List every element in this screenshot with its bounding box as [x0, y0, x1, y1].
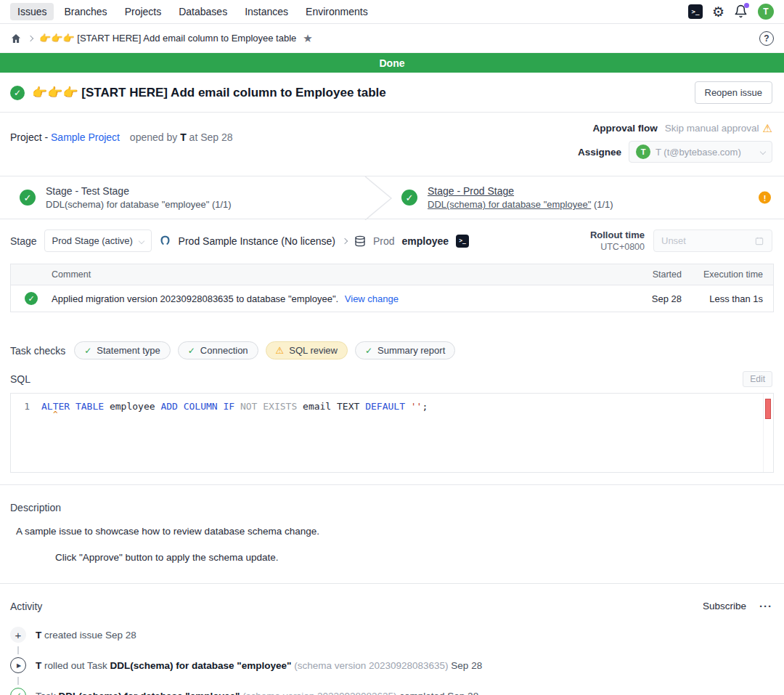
assignee-row: Assignee T T (t@bytebase.com) — [578, 141, 772, 163]
check-summary-report[interactable]: ✓ Summary report — [355, 341, 455, 359]
home-icon[interactable] — [10, 33, 22, 44]
issue-title: 👉👉👉 [START HERE] Add email column to Emp… — [32, 85, 386, 100]
project-line: Project - Sample Project opened by T at … — [10, 123, 233, 163]
nav-tab-issues[interactable]: Issues — [10, 3, 54, 20]
task-started: Sep 28 — [641, 287, 692, 311]
description-section[interactable]: Description A sample issue to showcase h… — [0, 485, 784, 563]
stage-done-check-icon: ✓ — [20, 190, 36, 206]
line-number: 1 — [11, 401, 41, 412]
stage-subtitle: DDL(schema) for database "employee" (1/1… — [428, 199, 613, 210]
check-success-icon: ✓ — [365, 346, 372, 356]
stage-select[interactable]: Prod Stage (active) — [44, 229, 152, 252]
rollout-time-placeholder: Unset — [661, 235, 686, 246]
chevron-right-icon — [342, 237, 348, 243]
nav-tab-instances[interactable]: Instances — [237, 3, 295, 20]
col-execution-time: Execution time — [692, 264, 773, 285]
chevron-right-icon — [28, 35, 33, 41]
project-label: Project — [10, 131, 42, 143]
activity-section: Activity Subscribe ··· +T created issue … — [0, 584, 784, 695]
status-banner: Done — [0, 53, 784, 73]
stage-card-prod[interactable]: ✓ Stage - Prod Stage DDL(schema) for dat… — [392, 176, 784, 219]
more-options-icon[interactable]: ··· — [759, 600, 772, 612]
task-comment: Applied migration version 20230928083635… — [52, 293, 338, 304]
lint-caret-marker: ^ — [11, 412, 773, 418]
stage-alert-icon[interactable]: ! — [759, 192, 771, 204]
editor-scrollbar[interactable] — [763, 394, 773, 472]
nav-tab-databases[interactable]: Databases — [171, 3, 234, 20]
play-icon: ▶ — [10, 657, 26, 673]
plus-icon: + — [10, 627, 26, 643]
stage-subtitle: DDL(schema) for database "employee" (1/1… — [46, 199, 232, 210]
activity-text: T rolled out Task DDL(schema) for databa… — [36, 660, 482, 671]
activity-item: +T created issue Sep 28 — [10, 627, 772, 657]
opened-by-text: opened by T at Sep 28 — [130, 131, 233, 143]
check-statement-type[interactable]: ✓ Statement type — [74, 341, 171, 359]
assignee-avatar: T — [636, 145, 650, 159]
task-checks: Task checks ✓ Statement type ✓ Connectio… — [0, 312, 784, 359]
project-link[interactable]: Sample Project — [51, 131, 120, 143]
view-change-link[interactable]: View change — [345, 293, 399, 304]
user-avatar[interactable]: T — [758, 4, 774, 20]
stage-done-check-icon: ✓ — [401, 190, 417, 206]
task-success-icon: ✓ — [25, 292, 38, 305]
approval-flow-label: Approval flow — [592, 123, 657, 134]
description-text: A sample issue to showcase how to review… — [16, 526, 772, 537]
open-sql-editor-icon[interactable]: >_ — [456, 235, 469, 248]
sql-section-header: SQL Edit — [0, 359, 784, 393]
calendar-icon — [754, 236, 764, 246]
reopen-issue-button[interactable]: Reopen issue — [695, 81, 773, 104]
activity-text: T created issue Sep 28 — [36, 630, 136, 641]
task-execution-time: Less than 1s — [692, 287, 773, 311]
timeline-connector — [17, 646, 19, 654]
lint-error-marker — [765, 399, 771, 419]
sql-label: SQL — [10, 373, 30, 385]
nav-tab-projects[interactable]: Projects — [118, 3, 169, 20]
chevron-down-icon — [138, 237, 144, 243]
rollout-time-input[interactable]: Unset — [653, 229, 772, 252]
opener-name: T — [180, 131, 187, 143]
assignee-select[interactable]: T T (t@bytebase.com) — [629, 141, 772, 163]
nav-tab-branches[interactable]: Branches — [57, 3, 114, 20]
settings-gear-icon[interactable]: ⚙ — [712, 5, 724, 19]
breadcrumb: 👉👉👉 [START HERE] Add email column to Emp… — [0, 24, 784, 53]
stage-strip: ✓ Stage - Test Stage DDL(schema) for dat… — [0, 176, 784, 219]
check-success-icon: ✓ — [188, 346, 195, 356]
edit-sql-button[interactable]: Edit — [743, 371, 772, 387]
sql-editor[interactable]: 1 ALTER TABLE employee ADD COLUMN IF NOT… — [10, 393, 774, 473]
sql-statement: ALTER TABLE employee ADD COLUMN IF NOT E… — [41, 401, 428, 412]
star-icon[interactable]: ★ — [303, 32, 312, 45]
top-nav: Issues Branches Projects Databases Insta… — [0, 0, 784, 24]
approval-flow-row: Approval flow Skip manual approval ⚠ — [578, 123, 772, 134]
activity-label: Activity — [10, 601, 42, 612]
warning-triangle-icon: ⚠ — [276, 346, 285, 355]
database-icon — [354, 235, 366, 247]
database-name[interactable]: employee — [402, 235, 449, 247]
issue-meta: Project - Sample Project opened by T at … — [0, 113, 784, 176]
notification-dot — [744, 3, 749, 8]
postgres-icon — [159, 235, 171, 247]
database-env: Prod — [373, 235, 395, 247]
check-connection[interactable]: ✓ Connection — [178, 341, 258, 359]
assignee-value: T (t@bytebase.com) — [656, 147, 741, 158]
assignee-label: Assignee — [578, 147, 621, 158]
task-checks-label: Task checks — [10, 345, 65, 357]
table-row[interactable]: ✓ Applied migration version 202309280836… — [11, 285, 773, 312]
table-header: Comment Started Execution time — [11, 264, 773, 285]
instance-name[interactable]: Prod Sample Instance (No license) — [179, 235, 335, 247]
check-sql-review[interactable]: ⚠ SQL review — [266, 341, 348, 359]
stage-card-test[interactable]: ✓ Stage - Test Stage DDL(schema) for dat… — [0, 176, 392, 219]
help-icon[interactable]: ? — [759, 31, 774, 46]
breadcrumb-issue-title: 👉👉👉 [START HERE] Add email column to Emp… — [39, 33, 296, 44]
col-comment: Comment — [52, 264, 641, 285]
subscribe-button[interactable]: Subscribe — [703, 601, 746, 611]
activity-text: Task DDL(schema) for database "employee"… — [36, 691, 478, 695]
rollout-time-label: Rollout time — [590, 229, 645, 240]
sql-editor-icon[interactable]: >_ — [688, 4, 703, 19]
notifications-bell-icon[interactable] — [734, 4, 748, 19]
stage-label: Stage — [10, 235, 37, 247]
done-check-icon: ✓ — [10, 86, 25, 100]
timeline-connector — [17, 677, 19, 685]
stage-separator — [363, 176, 393, 220]
nav-tab-environments[interactable]: Environments — [298, 3, 375, 20]
stage-select-value: Prod Stage (active) — [52, 235, 133, 246]
